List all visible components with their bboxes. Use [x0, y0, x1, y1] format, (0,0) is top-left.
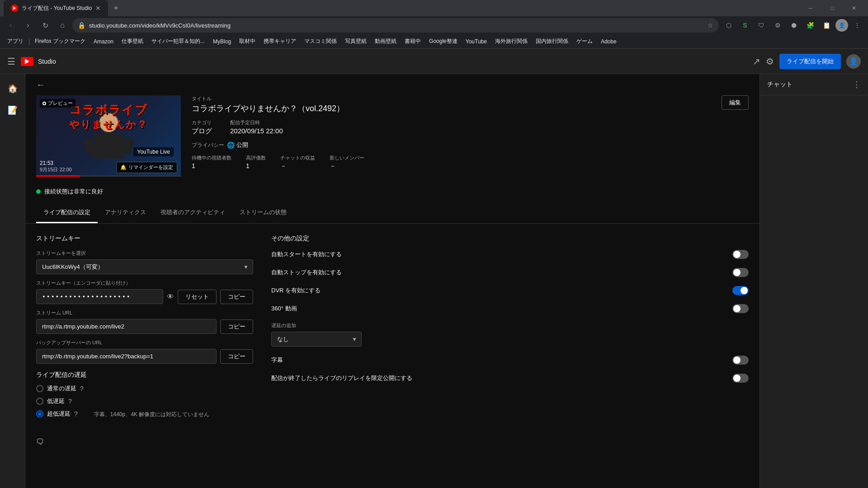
extensions-icon[interactable]: ⬡: [722, 18, 736, 33]
tab-live-settings[interactable]: ライブ配信の設定: [36, 203, 98, 223]
copy-backup-button[interactable]: コピー: [220, 349, 253, 364]
toggle-360: 360° 動画: [271, 304, 749, 313]
start-live-button[interactable]: ライブ配信を開始: [779, 54, 841, 69]
auto-stop-toggle[interactable]: [732, 268, 749, 277]
visibility-icon[interactable]: 👁: [167, 293, 174, 301]
studio-label: Studio: [38, 58, 56, 65]
profile-icon[interactable]: 👤: [835, 19, 848, 32]
bookmark-adobe[interactable]: Adobe: [597, 37, 620, 47]
title-label: タイトル: [192, 95, 749, 102]
bookmark-myblog[interactable]: MyBlog: [209, 37, 235, 47]
bookmark-media2[interactable]: マスコミ関係: [301, 36, 340, 47]
sidebar: 🏠 📝: [0, 74, 25, 488]
bookmark-video[interactable]: 動画壁紙: [371, 36, 400, 47]
bookmark-firefox[interactable]: Firefox ブックマーク: [31, 36, 89, 47]
user-avatar[interactable]: 👤: [846, 54, 861, 69]
bookmark-youtube[interactable]: YouTube: [462, 37, 491, 47]
auto-start-toggle[interactable]: [732, 250, 749, 259]
toggle-auto-start: 自動スタートを有効にする: [271, 250, 749, 259]
delay-dropdown-section: 遅延の追加 なし ▼: [271, 322, 749, 347]
back-nav-btn[interactable]: ‹: [4, 18, 18, 33]
sidebar-note-icon[interactable]: 📝: [2, 99, 24, 121]
close-btn[interactable]: ✕: [844, 0, 864, 16]
tab-content: ストリームキー ストリームキーを選択 Uuc6lKKoWy4（可変） ▼ ストリ…: [25, 224, 760, 434]
chrome-icon1[interactable]: ⚙: [770, 18, 785, 33]
chat-more-icon[interactable]: ⋮: [853, 80, 861, 89]
info-icon[interactable]: 🗨: [36, 437, 44, 446]
copy-url-button[interactable]: コピー: [220, 319, 253, 334]
sidebar-home-icon[interactable]: 🏠: [2, 78, 24, 99]
new-tab-btn[interactable]: +: [110, 4, 122, 13]
bookmark-game[interactable]: ゲーム: [573, 36, 596, 47]
360-toggle[interactable]: [732, 304, 749, 313]
reload-btn[interactable]: ↻: [38, 18, 52, 33]
caption-toggle[interactable]: [732, 356, 749, 365]
browser-chrome: ライブ配信 - YouTube Studio ✕ + ─ □ ✕ ‹ › ↻ ⌂…: [0, 0, 868, 49]
tab-analytics[interactable]: アナリティクス: [98, 203, 153, 223]
reminder-button[interactable]: 🔔 リマインダーを設定: [116, 162, 177, 173]
stream-key-input[interactable]: [36, 289, 163, 304]
dvr-label: DVR を有効にする: [271, 286, 321, 295]
backup-url-input[interactable]: [36, 349, 217, 364]
bookmark-books[interactable]: 書籍中: [401, 36, 425, 47]
radio-normal-help-icon[interactable]: ?: [80, 385, 84, 392]
stream-key-select[interactable]: Uuc6lKKoWy4（可変）: [36, 259, 253, 274]
bookmark-carrier[interactable]: 携帯キャリア: [260, 36, 300, 47]
settings-icon[interactable]: ⚙: [766, 56, 774, 67]
video-thumbnail[interactable]: コラボライブ やりませんか？ YouTube Live プレビュー 21:53 …: [36, 95, 181, 177]
studio-header: ☰ Studio ↗ ⚙ ライブ配信を開始 👤: [0, 49, 868, 74]
share-icon[interactable]: ↗: [753, 56, 760, 67]
back-button[interactable]: ←: [36, 80, 45, 89]
stat-likes: 高評価数 1: [246, 155, 266, 170]
bookmark-cyber[interactable]: サイバー犯罪＆知的...: [148, 36, 208, 47]
radio-low-help-icon[interactable]: ?: [68, 398, 72, 405]
puzzle-icon[interactable]: 🧩: [803, 18, 817, 33]
toggle-auto-stop: 自動ストップを有効にする: [271, 268, 749, 277]
dvr-toggle[interactable]: [732, 286, 749, 295]
minimize-btn[interactable]: ─: [800, 0, 821, 16]
bookmark-amazon[interactable]: Amazon: [90, 37, 117, 47]
bookmark-apps[interactable]: アプリ: [4, 36, 27, 47]
url-text: studio.youtube.com/video/kMVv9cCsI0A/liv…: [89, 22, 231, 29]
stream-key-title: ストリームキー: [36, 235, 253, 243]
radio-normal-label: 通常の遅延: [47, 385, 76, 393]
tab-viewer-activity[interactable]: 視聴者のアクティビティ: [153, 203, 232, 223]
maximize-btn[interactable]: □: [822, 0, 843, 16]
select-label: ストリームキーを選択: [36, 250, 253, 257]
yt-logo-icon: [21, 57, 33, 66]
radio-ultra-help-icon[interactable]: ?: [74, 410, 78, 418]
radio-normal-input[interactable]: [36, 385, 43, 392]
tab-stream-status[interactable]: ストリームの状態: [232, 203, 294, 223]
bookmark-abroad[interactable]: 海外旅行関係: [491, 36, 531, 47]
category-label: カテゴリ: [192, 119, 212, 126]
active-tab[interactable]: ライブ配信 - YouTube Studio ✕: [4, 0, 108, 16]
video-details: 編集 タイトル コラボライブやりませんか？（vol.2492） カテゴリ ブログ…: [192, 95, 749, 177]
youtube-logo[interactable]: Studio: [21, 57, 56, 66]
radio-low-input[interactable]: [36, 398, 43, 405]
address-bar[interactable]: 🔒 studio.youtube.com/video/kMVv9cCsI0A/l…: [72, 18, 719, 33]
shield-icon[interactable]: 🛡: [754, 18, 769, 33]
s-icon[interactable]: S: [738, 18, 752, 33]
stream-url-input[interactable]: [36, 319, 217, 334]
delay-addition-label: 遅延の追加: [271, 322, 749, 329]
bookmark-work[interactable]: 仕事壁紙: [118, 36, 147, 47]
bookmark-google[interactable]: Google整連: [425, 36, 461, 47]
delay-select[interactable]: なし: [271, 332, 362, 347]
copy-key-button[interactable]: コピー: [220, 290, 253, 304]
bookmark-star-icon[interactable]: ☆: [708, 22, 713, 29]
bookmark-domestic[interactable]: 国内旅行関係: [532, 36, 572, 47]
chrome-icon2[interactable]: ⬢: [787, 18, 801, 33]
bookmark-photo[interactable]: 写真壁紙: [341, 36, 370, 47]
edit-button[interactable]: 編集: [722, 95, 749, 110]
bookmark-media[interactable]: 取材中: [236, 36, 259, 47]
menu-dots-icon[interactable]: ⋮: [850, 18, 864, 33]
menu-hamburger-icon[interactable]: ☰: [7, 56, 15, 67]
reset-button[interactable]: リセット: [178, 290, 217, 304]
tab-close-btn[interactable]: ✕: [95, 5, 101, 12]
replay-toggle[interactable]: [732, 374, 749, 383]
forward-nav-btn[interactable]: ›: [21, 18, 35, 33]
auto-stop-label: 自動ストップを有効にする: [271, 268, 342, 277]
chrome-icon3[interactable]: 📋: [819, 18, 834, 33]
radio-ultra-input[interactable]: [36, 410, 43, 418]
home-btn[interactable]: ⌂: [55, 18, 70, 33]
